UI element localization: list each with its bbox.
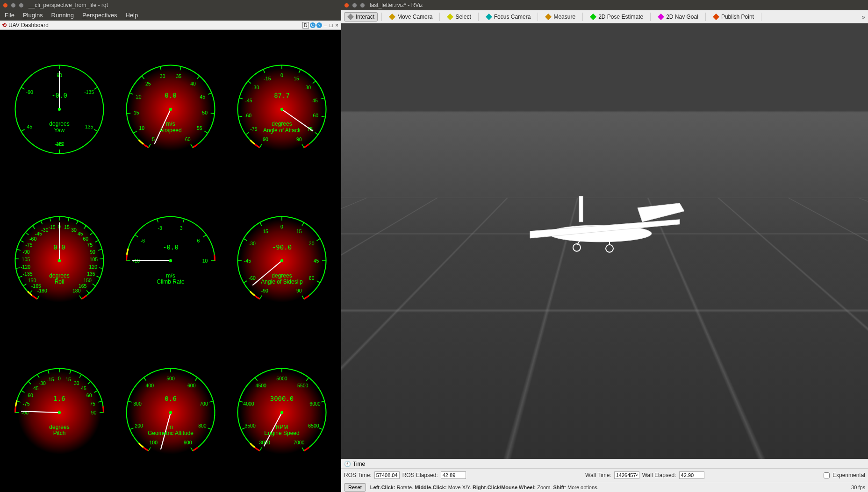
- svg-line-124: [135, 235, 138, 237]
- svg-text:-60: -60: [29, 236, 36, 242]
- tool-select[interactable]: Select: [444, 12, 474, 21]
- maximize-icon[interactable]: [19, 3, 24, 8]
- svg-text:7000: 7000: [294, 440, 305, 445]
- close-icon[interactable]: [344, 3, 349, 8]
- hint-mc: Middle-Click:: [415, 485, 446, 490]
- ros-elapsed-field[interactable]: [441, 471, 466, 479]
- menu-plugins[interactable]: Plugins: [23, 12, 43, 19]
- clock-icon: 🕘: [344, 461, 351, 467]
- menu-help[interactable]: Help: [125, 12, 138, 19]
- svg-text:90: 90: [91, 410, 97, 415]
- gauge-value: -0.0: [122, 243, 220, 251]
- rqt-title: __cli_perspective_from_file - rqt: [29, 2, 108, 8]
- svg-rect-228: [389, 14, 395, 20]
- time-values-row: ROS Time: ROS Elapsed: Wall Time: Wall E…: [341, 469, 868, 482]
- svg-text:5500: 5500: [297, 383, 308, 388]
- dock-min-icon[interactable]: –: [323, 22, 328, 28]
- rviz-viewport[interactable]: [341, 23, 868, 459]
- wall-time-field[interactable]: [614, 471, 639, 479]
- svg-text:-30: -30: [39, 380, 46, 385]
- rqt-window: __cli_perspective_from_file - rqt File P…: [0, 0, 341, 492]
- svg-point-158: [280, 259, 283, 262]
- ros-time-field[interactable]: [374, 471, 400, 479]
- minimize-icon[interactable]: [352, 3, 357, 8]
- dock-help-icon[interactable]: ?: [316, 22, 322, 28]
- svg-point-41: [169, 108, 172, 111]
- tool-measure[interactable]: Measure: [542, 12, 579, 21]
- rqt-menubar: File Plugins Running Perspectives Help: [0, 10, 341, 21]
- wall-time-label: Wall Time:: [585, 472, 611, 478]
- tool-publish-point[interactable]: Publish Point: [710, 12, 757, 21]
- menu-running[interactable]: Running: [51, 12, 74, 19]
- move-icon: [389, 14, 395, 20]
- menu-file[interactable]: File: [5, 12, 14, 19]
- gauge-label: degreesRoll: [10, 273, 108, 285]
- svg-text:0: 0: [280, 224, 283, 229]
- gauge-label: degreesPitch: [10, 424, 108, 436]
- svg-text:-15: -15: [47, 377, 54, 382]
- hint-sh-text: : More options.: [565, 485, 599, 490]
- svg-text:-180: -180: [54, 141, 64, 147]
- svg-text:15: 15: [64, 225, 70, 230]
- rviz-titlebar[interactable]: last_letter.rviz* - RViz: [341, 0, 868, 10]
- svg-text:3: 3: [180, 226, 183, 231]
- tool-2d-nav-goal[interactable]: 2D Nav Goal: [654, 12, 702, 21]
- minimize-icon[interactable]: [11, 3, 16, 8]
- ros-time-label: ROS Time:: [344, 472, 372, 478]
- gauge-value: 87.7: [233, 92, 331, 99]
- svg-point-69: [280, 108, 283, 111]
- rqt-titlebar[interactable]: __cli_perspective_from_file - rqt: [0, 0, 341, 10]
- tool-move-camera[interactable]: Move Camera: [386, 12, 436, 21]
- dock-close-icon[interactable]: ×: [335, 22, 339, 28]
- pin-icon: [713, 14, 719, 20]
- gauge-label: mGeometric Altitude: [122, 424, 220, 436]
- wall-elapsed-field[interactable]: [679, 471, 704, 479]
- tool-interact[interactable]: Interact: [344, 12, 378, 21]
- dock-c-icon[interactable]: C: [310, 22, 316, 28]
- dock-d-icon[interactable]: D: [302, 22, 309, 29]
- toolbar-separator: [650, 13, 651, 21]
- hint-lc: Left-Click:: [370, 485, 395, 490]
- toolbar-overflow-icon[interactable]: »: [861, 13, 865, 21]
- tool-label: 2D Nav Goal: [666, 14, 698, 20]
- experimental-checkbox[interactable]: [824, 472, 830, 478]
- aircraft-model: [516, 178, 694, 273]
- dock-controls: D C ? – □ ×: [302, 22, 339, 29]
- reset-button[interactable]: Reset: [344, 483, 366, 492]
- svg-line-130: [203, 235, 207, 237]
- svg-text:-105: -105: [20, 257, 30, 262]
- svg-text:30: 30: [160, 73, 165, 79]
- svg-text:45: 45: [78, 231, 83, 236]
- svg-text:30: 30: [74, 380, 79, 385]
- reload-icon[interactable]: ⟲: [2, 22, 7, 29]
- tool-focus-camera[interactable]: Focus Camera: [482, 12, 534, 21]
- svg-text:900: 900: [184, 440, 192, 445]
- svg-line-21: [127, 113, 130, 114]
- toolbar-separator: [381, 13, 382, 21]
- svg-text:45: 45: [314, 258, 319, 264]
- menu-perspectives[interactable]: Perspectives: [82, 12, 117, 19]
- dock-float-icon[interactable]: □: [329, 22, 334, 28]
- window-controls: [344, 3, 365, 8]
- gauge-roll: -180-165-150-135-120-105-90-75-60-45-30-…: [4, 185, 115, 336]
- time-header[interactable]: 🕘 Time: [341, 459, 868, 469]
- svg-text:-15: -15: [48, 225, 55, 230]
- gauge-label: m/sClimb Rate: [122, 273, 220, 285]
- tool-label: Move Camera: [397, 14, 432, 20]
- svg-text:600: 600: [187, 383, 196, 388]
- tool-label: Interact: [356, 14, 374, 20]
- tool-2d-pose-estimate[interactable]: 2D Pose Estimate: [587, 12, 646, 21]
- dock-title: UAV Dashboard: [8, 22, 49, 29]
- gauge-value: 0.6: [122, 395, 220, 402]
- svg-text:105: 105: [90, 257, 98, 262]
- svg-rect-233: [658, 14, 664, 20]
- svg-text:15: 15: [296, 228, 302, 234]
- gauge-label: m/sAirspeed: [122, 121, 220, 133]
- svg-text:-90: -90: [261, 136, 268, 142]
- svg-text:120: 120: [89, 264, 98, 270]
- close-icon[interactable]: [3, 3, 8, 8]
- experimental-label: Experimental: [832, 472, 865, 478]
- tool-label: Publish Point: [721, 14, 754, 20]
- svg-text:-30: -30: [41, 227, 48, 233]
- maximize-icon[interactable]: [360, 3, 365, 8]
